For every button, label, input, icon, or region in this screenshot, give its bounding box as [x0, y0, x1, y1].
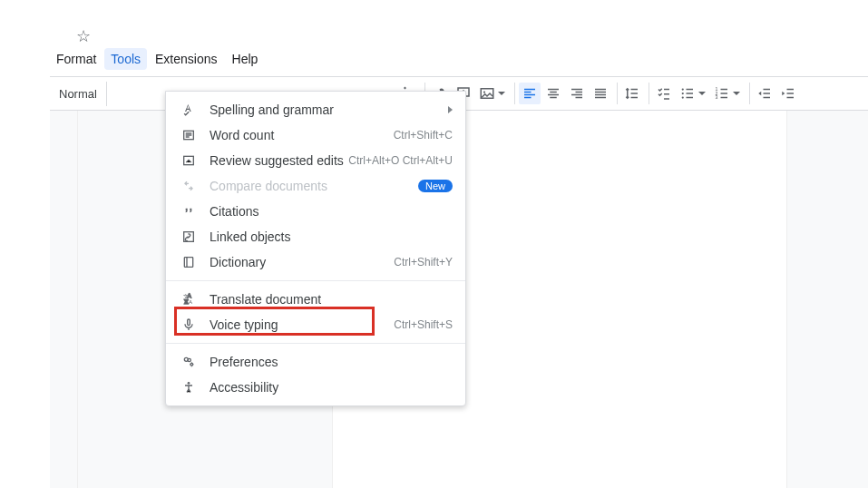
menu-extensions[interactable]: Extensions — [149, 48, 223, 70]
menu-review-edits[interactable]: Review suggested edits Ctrl+Alt+O Ctrl+A… — [166, 148, 465, 173]
citations-icon — [179, 204, 199, 219]
star-icon[interactable]: ☆ — [50, 26, 91, 46]
menu-dictionary[interactable]: Dictionary Ctrl+Shift+Y — [166, 249, 465, 275]
menu-shortcut: Ctrl+Shift+Y — [394, 256, 453, 268]
vertical-ruler — [50, 111, 78, 488]
svg-rect-11 — [184, 258, 192, 268]
menu-format[interactable]: Format — [50, 48, 102, 70]
translate-icon: 文A — [179, 292, 199, 307]
align-justify-icon[interactable] — [590, 83, 611, 104]
align-left-icon[interactable] — [519, 83, 541, 104]
svg-text:3: 3 — [715, 94, 717, 100]
menu-label: Compare documents — [210, 179, 418, 193]
menu-label: Word count — [210, 128, 394, 142]
dictionary-icon — [179, 255, 199, 269]
svg-point-18 — [188, 382, 190, 385]
dropdown-caret-icon[interactable] — [498, 92, 505, 95]
menu-accessibility[interactable]: Accessibility — [166, 375, 465, 400]
svg-point-4 — [682, 96, 684, 98]
svg-point-1 — [483, 91, 485, 93]
menu-spelling-grammar[interactable]: Spelling and grammar — [166, 97, 465, 122]
menu-voice-typing[interactable]: Voice typing Ctrl+Shift+S — [166, 312, 465, 337]
menu-label: Spelling and grammar — [210, 102, 448, 117]
increase-indent-icon[interactable] — [777, 83, 799, 104]
menubar: Format Tools Extensions Help — [50, 47, 868, 71]
align-center-icon[interactable] — [542, 83, 564, 104]
svg-point-17 — [190, 363, 193, 366]
menu-label: Voice typing — [210, 317, 394, 332]
spelling-icon — [179, 102, 199, 117]
style-selector[interactable]: Normal — [52, 82, 107, 106]
menu-compare-documents: Compare documents New — [166, 173, 465, 199]
menu-shortcut: Ctrl+Shift+S — [394, 318, 453, 331]
align-right-icon[interactable] — [566, 83, 588, 104]
menu-separator — [166, 280, 465, 281]
menu-label: Accessibility — [210, 380, 453, 395]
menu-label: Review suggested edits — [210, 153, 348, 168]
svg-text:文: 文 — [183, 293, 189, 299]
menu-label: Dictionary — [210, 255, 394, 269]
line-spacing-icon[interactable] — [621, 83, 643, 104]
tools-dropdown: Spelling and grammar Word count Ctrl+Shi… — [165, 91, 466, 406]
menu-label: Translate document — [210, 292, 453, 307]
menu-tools[interactable]: Tools — [104, 48, 147, 70]
new-badge: New — [418, 180, 453, 192]
menu-label: Citations — [210, 204, 453, 219]
bulleted-list-icon[interactable] — [677, 83, 698, 104]
menu-label: Preferences — [210, 355, 453, 369]
menu-help[interactable]: Help — [226, 48, 265, 70]
compare-icon — [179, 179, 199, 193]
linked-objects-icon — [179, 229, 199, 244]
svg-point-2 — [682, 88, 684, 90]
svg-point-3 — [682, 93, 684, 94]
menu-translate-document[interactable]: 文A Translate document — [166, 287, 465, 312]
menu-preferences[interactable]: Preferences — [166, 349, 465, 375]
svg-point-16 — [188, 358, 190, 361]
insert-image-icon[interactable] — [476, 83, 498, 104]
svg-text:A: A — [189, 299, 192, 305]
menu-citations[interactable]: Citations — [166, 199, 465, 224]
menu-shortcut: Ctrl+Alt+O Ctrl+Alt+U — [348, 154, 453, 167]
numbered-list-icon[interactable]: 123 — [711, 83, 733, 104]
dropdown-caret-icon[interactable] — [733, 92, 740, 95]
checklist-icon[interactable] — [653, 83, 675, 104]
menu-shortcut: Ctrl+Shift+C — [394, 129, 453, 142]
svg-rect-14 — [188, 319, 190, 326]
dropdown-caret-icon[interactable] — [698, 92, 706, 95]
decrease-indent-icon[interactable] — [754, 83, 775, 104]
menu-word-count[interactable]: Word count Ctrl+Shift+C — [166, 122, 465, 148]
word-count-icon — [179, 128, 199, 142]
voice-typing-icon — [179, 317, 199, 332]
submenu-arrow-icon — [448, 106, 453, 113]
accessibility-icon — [179, 380, 199, 395]
menu-separator — [166, 343, 465, 344]
preferences-icon — [179, 355, 199, 369]
menu-label: Linked objects — [210, 229, 453, 244]
menu-linked-objects[interactable]: Linked objects — [166, 224, 465, 249]
review-edits-icon — [179, 153, 199, 168]
